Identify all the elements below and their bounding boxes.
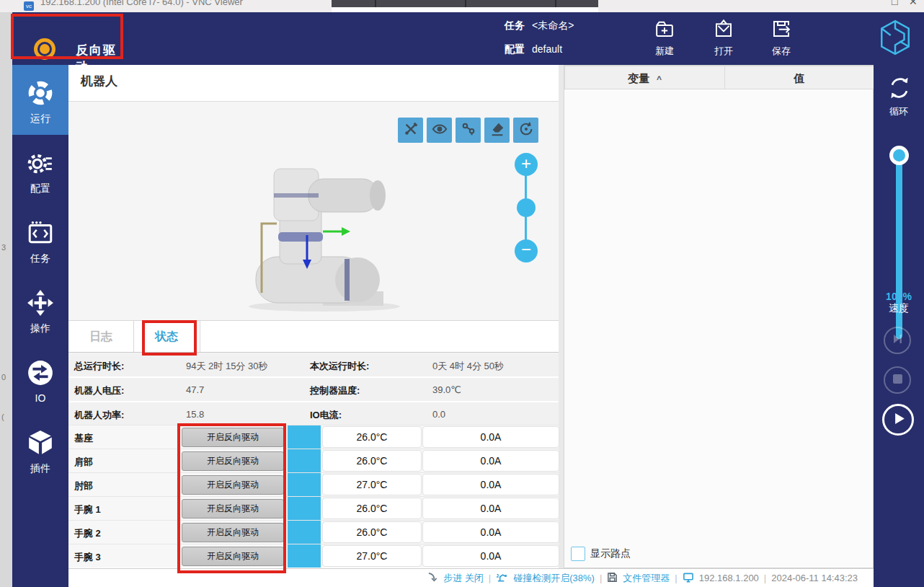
joint-temperature: 26.0°C [322,521,422,543]
joint-name: 肩部 [74,456,93,469]
save-task-button[interactable]: 保存 [756,18,807,58]
column-header-variable[interactable]: 变量 ^ [564,66,725,89]
joint-temperature: 26.0°C [322,426,422,448]
joint-current: 0.0A [422,498,559,519]
joint-name: 基座 [74,432,93,445]
zoom-slider-handle[interactable] [517,198,536,217]
save-icon [770,30,792,42]
back-drive-button[interactable]: 反向驱动 [12,12,128,60]
joint-load-bar [288,449,321,472]
scene-tools-button[interactable] [398,118,423,143]
variable-header-label: 变量 [628,72,649,84]
new-file-icon [654,30,675,42]
task-value: <未命名> [532,19,574,31]
vnc-toolbar-edge [332,7,598,12]
app-header: 反向驱动 任务<未命名> 配置default 新建 打开 保存 [12,12,924,65]
stop-button[interactable] [884,366,911,394]
task-label: 任务 [505,19,525,31]
loop-icon[interactable] [886,74,913,105]
file-manager-icon [607,572,618,585]
new-task-label: 新建 [639,45,690,58]
sidebar-item-task[interactable]: 任务 [12,205,68,275]
info-value: 0天 4时 4分 50秒 [432,360,504,373]
robot-ip-address: 192.168.1.200 [699,573,759,583]
new-task-button[interactable]: 新建 [639,18,690,58]
close-button[interactable]: ✕ [909,0,918,7]
step-mode-status[interactable]: 步进 关闭 [443,572,484,585]
visibility-button[interactable] [427,118,452,143]
joint-load-bar [288,473,321,496]
network-monitor-icon [683,572,694,585]
move-arrows-icon [27,306,54,319]
info-label: 机器人功率: [74,409,124,422]
vnc-app-icon: vc [24,1,34,11]
save-task-label: 保存 [756,45,807,58]
reset-view-button[interactable] [513,118,538,143]
sidebar-item-io[interactable]: IO [12,345,68,415]
joint-row-wrist3: 手腕 3 开启反向驱动 27.0°C 0.0A [68,544,559,568]
waypoints-button[interactable] [456,118,481,143]
play-button[interactable] [882,404,914,436]
skip-icon [892,333,903,348]
enable-backdrive-button[interactable]: 开启反向驱动 [182,451,284,471]
enable-backdrive-button[interactable]: 开启反向驱动 [182,523,284,542]
sidebar-item-label: 配置 [12,182,68,195]
joint-row-base: 基座 开启反向驱动 26.0°C 0.0A [68,425,559,449]
speed-slider-handle[interactable] [889,146,909,165]
zoom-out-button[interactable]: − [515,239,538,262]
joint-current: 0.0A [422,545,559,567]
maximize-button[interactable]: □ [892,0,897,7]
config-value: default [532,43,562,55]
info-label: 本次运行时长: [310,360,369,373]
speed-label: 速度 [874,302,924,315]
config-name: 配置default [505,43,562,56]
run-control-sidebar: 循环 100% 速度 [874,65,924,587]
joint-temperature: 27.0°C [322,474,422,495]
joint-row-shoulder: 肩部 开启反向驱动 26.0°C 0.0A [68,449,559,472]
system-datetime: 2024-06-11 14:43:23 [771,573,858,583]
variables-panel: 变量 ^ 值 显示路点 [564,65,874,568]
joint-temperature: 26.0°C [322,450,422,472]
sidebar-item-run[interactable]: 运行 [12,65,68,135]
enable-backdrive-button[interactable]: 开启反向驱动 [182,547,284,566]
info-row-power: 机器人功率: 15.8 IO电流: 0.0 [68,402,559,425]
tab-log[interactable]: 日志 [68,321,134,352]
enable-backdrive-button[interactable]: 开启反向驱动 [182,499,284,518]
sidebar-item-config[interactable]: 配置 [12,135,68,205]
joint-row-wrist1: 手腕 1 开启反向驱动 26.0°C 0.0A [68,496,559,520]
speed-percent: 100% [874,291,924,302]
separator: | [600,573,602,583]
gear-icon [27,167,54,179]
enable-backdrive-button[interactable]: 开启反向驱动 [182,428,284,447]
joint-row-wrist2: 手腕 2 开启反向驱动 26.0°C 0.0A [68,520,559,544]
open-task-button[interactable]: 打开 [698,18,749,58]
vnc-titlebar: vc 192.168.1.200 (Intel Core i7- 64.0) -… [0,0,924,12]
tab-status[interactable]: 状态 [133,321,200,352]
panel-title: 机器人 [81,73,117,89]
vnc-toolbar-strip[interactable] [332,0,598,7]
enable-backdrive-button[interactable]: 开启反向驱动 [182,475,284,495]
info-row-voltage: 机器人电压: 47.7 控制器温度: 39.0℃ [68,378,559,401]
sidebar-item-label: 操作 [12,322,68,335]
column-header-value[interactable]: 值 [724,66,874,89]
joint-load-bar [288,544,321,568]
info-value: 39.0℃ [432,384,461,395]
vnc-window-title: 192.168.1.200 (Intel Core i7- 64.0) - VN… [40,0,243,7]
joint-current: 0.0A [422,450,559,472]
collision-detect-status[interactable]: 碰撞检测开启(38%) [513,572,595,585]
show-waypoints-checkbox[interactable] [571,547,585,561]
zoom-in-button[interactable]: + [515,153,538,176]
info-row-runtime: 总运行时长: 94天 2时 15分 30秒 本次运行时长: 0天 4时 4分 5… [68,353,559,376]
open-task-label: 打开 [698,45,749,58]
reset-view-icon [518,121,534,140]
file-manager-link[interactable]: 文件管理器 [623,572,670,585]
sidebar-item-operate[interactable]: 操作 [12,275,68,345]
play-icon [894,412,906,428]
step-forward-button[interactable] [884,327,911,354]
sidebar-item-plugin[interactable]: 插件 [12,415,68,485]
erase-button[interactable] [484,118,510,143]
back-drive-icon [34,38,55,60]
joint-name: 肘部 [74,480,93,493]
collision-detect-icon [496,571,508,585]
tab-bar: 日志 状态 [68,320,559,353]
